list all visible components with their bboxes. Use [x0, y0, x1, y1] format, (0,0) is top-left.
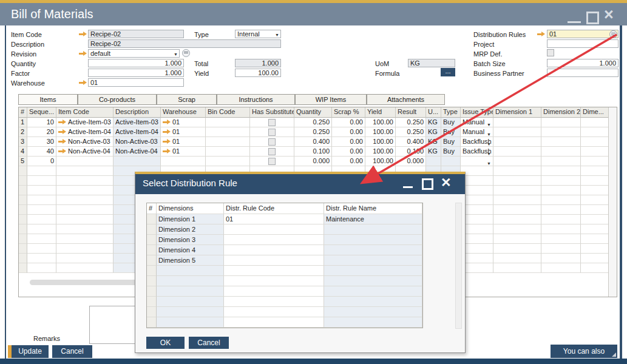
- cell-dim1[interactable]: [493, 205, 541, 215]
- cell-num[interactable]: [19, 224, 27, 234]
- dialog-close-icon[interactable]: ✕: [441, 175, 452, 190]
- table-row[interactable]: 500.0000.00100.000.000▼: [19, 157, 617, 166]
- dialog-cell-rule-name[interactable]: [324, 235, 422, 245]
- warehouse-field[interactable]: 01: [88, 78, 184, 87]
- cell-qty[interactable]: 0.250: [294, 118, 332, 127]
- cell-dim2[interactable]: [541, 127, 581, 137]
- cell-item[interactable]: [56, 176, 114, 186]
- has-substitutes-checkbox[interactable]: [268, 129, 276, 136]
- cell-num[interactable]: [19, 186, 27, 195]
- cell-num[interactable]: 2: [19, 127, 27, 137]
- cell-num[interactable]: [19, 176, 27, 186]
- cell-desc[interactable]: [114, 157, 161, 166]
- dialog-cell-rule-name[interactable]: Maintenance: [324, 214, 422, 224]
- cell-issue[interactable]: [461, 195, 493, 205]
- cell-result[interactable]: 0.250: [396, 118, 426, 127]
- tab-instructions[interactable]: Instructions: [217, 94, 295, 105]
- ok-button[interactable]: OK: [146, 337, 185, 349]
- cell-wh[interactable]: [161, 157, 206, 166]
- cell-issue[interactable]: [461, 205, 493, 215]
- cell-scrap[interactable]: 0.00: [332, 118, 365, 127]
- link-arrow-icon[interactable]: [79, 80, 87, 86]
- dialog-cell-num[interactable]: [147, 297, 157, 307]
- dialog-table-row[interactable]: Dimension 101Maintenance: [147, 214, 422, 224]
- cell-dim3[interactable]: [581, 224, 609, 234]
- cell-subst[interactable]: [250, 127, 294, 137]
- cell-dim1[interactable]: [493, 234, 541, 244]
- dialog-table-row[interactable]: Dimension 5: [147, 255, 422, 266]
- cell-seq[interactable]: 0: [27, 157, 56, 166]
- dialog-cell-num[interactable]: [147, 317, 157, 328]
- cell-num[interactable]: [19, 254, 27, 263]
- cell-dim3[interactable]: [581, 186, 609, 195]
- cell-num[interactable]: [19, 195, 27, 205]
- dialog-cell-num[interactable]: [147, 224, 157, 235]
- cell-item[interactable]: [56, 254, 114, 263]
- choose-from-list-icon[interactable]: [609, 30, 617, 38]
- cell-dim1[interactable]: [493, 186, 541, 195]
- dialog-cell-rule-code[interactable]: [224, 286, 324, 297]
- cell-uom[interactable]: KG: [426, 147, 441, 157]
- table-row[interactable]: 440Non-Active-04Non-Active-04010.1000.00…: [19, 147, 617, 157]
- item-code-field[interactable]: Recipe-02: [88, 30, 184, 38]
- uom-field[interactable]: KG: [408, 59, 455, 67]
- revision-dropdown[interactable]: default▼: [88, 49, 180, 58]
- dialog-cell-rule-name[interactable]: [324, 317, 422, 328]
- dialog-cell-rule-name[interactable]: [324, 266, 422, 276]
- chevron-down-icon[interactable]: ▼: [487, 159, 491, 166]
- mrp-def-checkbox[interactable]: [547, 49, 554, 56]
- cell-qty[interactable]: 0.000: [294, 157, 332, 166]
- dialog-cell-rule-name[interactable]: [324, 245, 422, 255]
- update-button[interactable]: Update: [8, 345, 49, 358]
- cell-scrap[interactable]: 0.00: [332, 157, 365, 166]
- dialog-cell-num[interactable]: [147, 235, 157, 245]
- cell-dim3[interactable]: [581, 118, 609, 127]
- cell-seq[interactable]: 40: [27, 147, 56, 157]
- dialog-table-row[interactable]: Dimension 3: [147, 235, 422, 245]
- cell-uom[interactable]: KG: [426, 137, 441, 147]
- dialog-cell-rule-code[interactable]: [224, 297, 324, 307]
- link-arrow-icon[interactable]: [537, 32, 545, 37]
- cell-dim1[interactable]: [493, 263, 541, 273]
- cell-issue[interactable]: Manual▼: [461, 127, 493, 137]
- tab-scrap[interactable]: Scrap: [157, 94, 217, 105]
- cell-dim1[interactable]: [493, 157, 541, 166]
- link-arrow-icon[interactable]: [163, 149, 171, 154]
- chevron-down-icon[interactable]: ▼: [275, 31, 279, 38]
- chevron-down-icon[interactable]: ▼: [487, 140, 491, 147]
- cell-bin[interactable]: [206, 147, 250, 157]
- maximize-icon[interactable]: [586, 12, 599, 24]
- dialog-cell-rule-name[interactable]: [324, 297, 422, 307]
- cell-item[interactable]: [56, 234, 114, 244]
- cell-dim2[interactable]: [541, 234, 581, 244]
- cell-dim2[interactable]: [541, 186, 581, 195]
- factor-field[interactable]: 1.000: [88, 69, 184, 77]
- has-substitutes-checkbox[interactable]: [268, 138, 276, 146]
- cancel-button[interactable]: Cancel: [52, 345, 92, 358]
- cell-num[interactable]: [19, 234, 27, 244]
- cell-num[interactable]: 4: [19, 147, 27, 157]
- cell-issue[interactable]: [461, 234, 493, 244]
- cell-result[interactable]: 0.250: [396, 127, 426, 137]
- yield-field[interactable]: 100.00: [235, 69, 281, 77]
- cell-issue[interactable]: Backflush▼: [461, 147, 493, 157]
- cell-yield[interactable]: 100.00: [365, 118, 396, 127]
- dialog-table-row[interactable]: Dimension 2: [147, 224, 422, 235]
- vertical-scrollbar[interactable]: [608, 107, 617, 297]
- cell-qty[interactable]: 0.250: [294, 127, 332, 137]
- cell-issue[interactable]: [461, 263, 493, 273]
- dialog-table-row[interactable]: [147, 317, 422, 328]
- dialog-cell-rule-code[interactable]: 01: [224, 214, 324, 224]
- dialog-table-row[interactable]: [147, 286, 422, 297]
- cell-item[interactable]: Active-Item-04: [56, 127, 114, 137]
- dialog-cell-num[interactable]: [147, 245, 157, 255]
- cell-item[interactable]: [56, 157, 114, 166]
- cell-subst[interactable]: [250, 157, 294, 166]
- dialog-cell-num[interactable]: [147, 255, 157, 266]
- dialog-table-row[interactable]: [147, 307, 422, 317]
- cell-type[interactable]: Buy: [441, 147, 461, 157]
- cell-item[interactable]: [56, 195, 114, 205]
- link-arrow-icon[interactable]: [58, 129, 66, 135]
- cell-uom[interactable]: KG: [426, 118, 441, 127]
- dialog-table-row[interactable]: [147, 266, 422, 276]
